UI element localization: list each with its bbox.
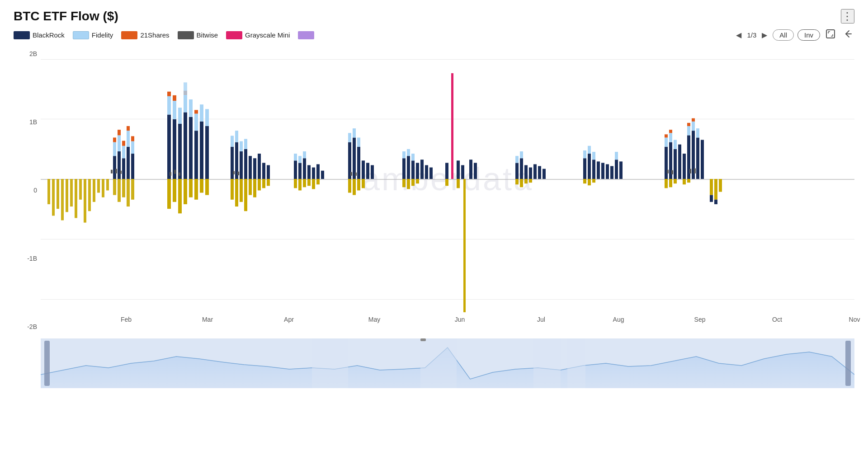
x-label-feb: Feb xyxy=(121,316,132,323)
svg-rect-63 xyxy=(184,179,187,204)
svg-rect-192 xyxy=(674,179,677,183)
svg-rect-101 xyxy=(298,179,302,190)
svg-rect-194 xyxy=(687,179,690,183)
svg-rect-201 xyxy=(115,169,117,174)
svg-rect-99 xyxy=(303,151,306,158)
svg-rect-48 xyxy=(173,101,176,119)
svg-rect-136 xyxy=(457,160,460,179)
all-button[interactable]: All xyxy=(773,29,794,41)
svg-rect-39 xyxy=(167,115,171,179)
header-row: BTC ETF Flow ($) ⋮ xyxy=(14,9,854,23)
legend-controls-row: BlackRock Fidelity 21Shares Bitwise Gray… xyxy=(14,28,854,42)
svg-rect-117 xyxy=(357,179,360,190)
inv-button[interactable]: Inv xyxy=(797,29,820,41)
svg-rect-122 xyxy=(416,163,419,179)
svg-rect-150 xyxy=(520,151,523,158)
svg-rect-24 xyxy=(113,142,116,156)
svg-rect-141 xyxy=(457,179,460,188)
svg-rect-17 xyxy=(102,179,104,197)
svg-rect-178 xyxy=(696,137,699,179)
svg-rect-133 xyxy=(451,73,453,179)
svg-rect-171 xyxy=(665,147,668,179)
svg-rect-156 xyxy=(588,154,591,179)
svg-rect-211 xyxy=(671,170,673,174)
svg-rect-218 xyxy=(567,338,585,388)
page-indicator: 1/3 xyxy=(747,31,756,39)
svg-rect-139 xyxy=(474,163,477,179)
svg-rect-31 xyxy=(122,141,125,146)
svg-rect-199 xyxy=(714,200,717,204)
svg-rect-19 xyxy=(113,156,116,179)
svg-rect-119 xyxy=(402,158,406,179)
svg-rect-183 xyxy=(687,126,690,135)
svg-rect-81 xyxy=(231,179,234,200)
bitwise-color xyxy=(178,31,194,39)
svg-rect-33 xyxy=(131,136,134,141)
svg-rect-91 xyxy=(298,163,302,179)
svg-rect-30 xyxy=(118,130,121,135)
svg-rect-14 xyxy=(88,179,91,211)
svg-rect-42 xyxy=(184,113,187,179)
svg-rect-0 xyxy=(826,30,835,38)
svg-rect-77 xyxy=(231,136,234,146)
svg-rect-127 xyxy=(407,149,410,156)
minimap-svg xyxy=(41,338,854,388)
svg-rect-35 xyxy=(118,179,121,202)
svg-rect-98 xyxy=(298,156,302,163)
svg-rect-71 xyxy=(244,149,247,179)
svg-rect-142 xyxy=(515,163,519,179)
svg-rect-166 xyxy=(592,152,595,160)
svg-rect-184 xyxy=(692,122,695,131)
svg-rect-74 xyxy=(258,154,261,179)
svg-rect-173 xyxy=(674,149,677,179)
svg-rect-196 xyxy=(714,179,717,200)
legend-other xyxy=(298,31,314,39)
svg-rect-206 xyxy=(233,171,235,174)
svg-rect-147 xyxy=(538,166,541,179)
svg-rect-123 xyxy=(420,160,424,179)
svg-rect-216 xyxy=(420,338,457,388)
next-page-button[interactable]: ▶ xyxy=(760,30,769,40)
svg-rect-146 xyxy=(533,164,537,179)
svg-rect-116 xyxy=(353,179,356,195)
svg-rect-103 xyxy=(307,179,311,186)
more-button[interactable]: ⋮ xyxy=(841,9,854,23)
svg-rect-121 xyxy=(411,160,415,179)
svg-rect-23 xyxy=(131,154,134,179)
svg-rect-175 xyxy=(683,154,686,179)
svg-rect-62 xyxy=(178,179,182,213)
svg-rect-213 xyxy=(694,169,696,174)
svg-rect-113 xyxy=(353,128,356,137)
x-label-apr: Apr xyxy=(284,316,294,323)
svg-rect-187 xyxy=(669,130,672,133)
svg-rect-26 xyxy=(122,146,125,158)
svg-rect-109 xyxy=(362,160,365,179)
svg-rect-129 xyxy=(402,179,406,187)
svg-rect-88 xyxy=(262,179,265,188)
svg-rect-195 xyxy=(710,179,713,195)
svg-rect-114 xyxy=(357,137,360,146)
svg-rect-152 xyxy=(520,179,523,187)
svg-rect-6 xyxy=(52,179,55,216)
prev-page-button[interactable]: ◀ xyxy=(734,30,743,40)
back-button[interactable] xyxy=(841,28,854,42)
svg-rect-148 xyxy=(542,169,546,179)
svg-rect-210 xyxy=(667,170,669,174)
svg-rect-34 xyxy=(113,179,116,195)
legend-21shares: 21Shares xyxy=(121,31,169,39)
svg-rect-188 xyxy=(687,123,690,126)
svg-rect-179 xyxy=(701,140,704,179)
resize-button[interactable] xyxy=(824,28,837,42)
svg-rect-75 xyxy=(262,163,265,179)
svg-rect-50 xyxy=(184,95,187,113)
svg-rect-198 xyxy=(710,195,713,202)
svg-rect-126 xyxy=(402,151,406,158)
svg-rect-13 xyxy=(84,179,86,223)
svg-rect-53 xyxy=(200,104,203,122)
svg-rect-153 xyxy=(524,179,528,183)
svg-rect-151 xyxy=(515,179,519,184)
svg-rect-47 xyxy=(167,96,171,115)
svg-rect-160 xyxy=(606,164,609,179)
svg-rect-15 xyxy=(93,179,95,202)
svg-rect-76 xyxy=(267,165,270,179)
